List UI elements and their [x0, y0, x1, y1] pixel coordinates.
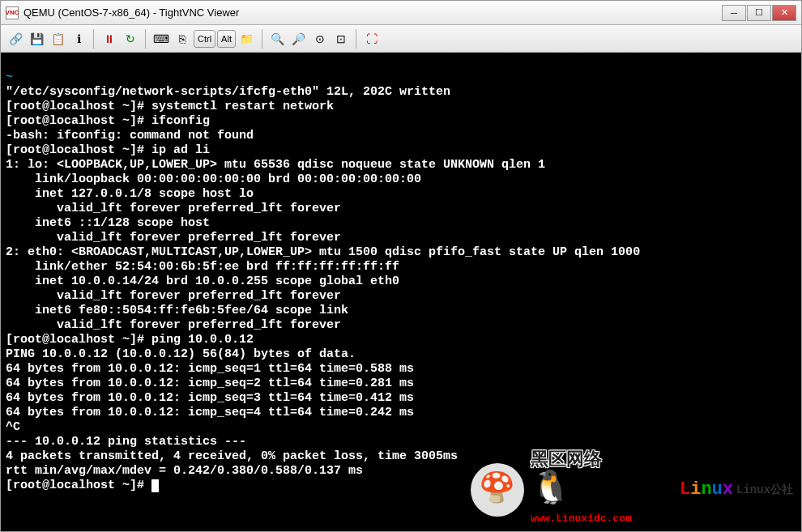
send-keys-icon[interactable]: ⎘ — [173, 29, 192, 49]
window-controls: ─ ☐ ✕ — [722, 5, 796, 21]
penguin-icon: 🐧 — [531, 483, 571, 497]
watermark: 🍄 黑区网络 🐧 Linux Linux公社 www.Linuxidc.com — [471, 453, 793, 526]
separator — [262, 29, 263, 49]
brand-l: L — [680, 479, 690, 500]
terminal-cursor — [151, 479, 159, 492]
info-icon[interactable]: ℹ — [69, 29, 88, 49]
brand-n: n — [701, 479, 711, 500]
fullscreen-icon[interactable]: ⛶ — [362, 29, 382, 49]
watermark-cn: 黑区网络 — [531, 453, 602, 468]
window-titlebar: VNC QEMU (CentOS-7-x86_64) - TightVNC Vi… — [1, 1, 801, 25]
watermark-brand: 🐧 Linux Linux公社 — [531, 468, 793, 512]
mushroom-icon: 🍄 — [471, 463, 524, 517]
terminal-viewport[interactable]: ~ "/etc/sysconfig/network-scripts/ifcfg-… — [1, 53, 801, 531]
file-transfer-icon[interactable]: 📁 — [237, 29, 257, 49]
window-title: QEMU (CentOS-7-x86_64) - TightVNC Viewer — [23, 6, 239, 19]
zoom-100-icon[interactable]: ⊙ — [310, 29, 330, 49]
watermark-subtitle: Linux公社 — [736, 483, 793, 497]
options-icon[interactable]: 📋 — [48, 29, 67, 49]
brand-x: x — [723, 479, 733, 500]
watermark-url: www.Linuxidc.com — [531, 512, 632, 526]
zoom-out-icon[interactable]: 🔎 — [289, 29, 309, 49]
separator — [356, 29, 357, 49]
brand-i: i — [690, 479, 701, 500]
minimize-button[interactable]: ─ — [722, 5, 746, 21]
toolbar: 🔗 💾 📋 ℹ ⏸ ↻ ⌨ ⎘ Ctrl Alt 📁 🔍 🔎 ⊙ ⊡ ⛶ — [1, 25, 801, 53]
save-icon[interactable]: 💾 — [27, 29, 46, 49]
zoom-in-icon[interactable]: 🔍 — [268, 29, 288, 49]
close-button[interactable]: ✕ — [772, 5, 796, 21]
separator — [93, 29, 95, 49]
app-icon: VNC — [6, 6, 19, 19]
new-connection-icon[interactable]: 🔗 — [6, 29, 25, 49]
ctrl-key-button[interactable]: Ctrl — [194, 30, 215, 48]
maximize-button[interactable]: ☐ — [747, 5, 771, 21]
zoom-auto-icon[interactable]: ⊡ — [331, 29, 351, 49]
pause-icon[interactable]: ⏸ — [100, 29, 119, 49]
brand-u: u — [712, 479, 723, 500]
refresh-icon[interactable]: ↻ — [121, 29, 140, 49]
alt-key-button[interactable]: Alt — [217, 30, 236, 48]
ctrl-alt-del-icon[interactable]: ⌨ — [151, 29, 171, 49]
separator — [145, 29, 147, 49]
terminal-output: ~ "/etc/sysconfig/network-scripts/ifcfg-… — [6, 70, 640, 492]
